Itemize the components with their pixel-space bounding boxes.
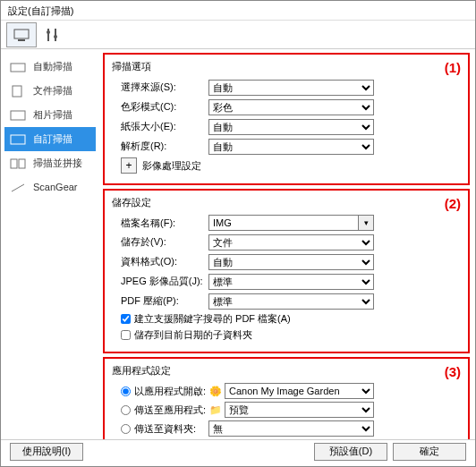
application-settings-section: (3) 應用程式設定 以應用程式開啟: 🌼Canon My Image Gard…	[103, 357, 470, 439]
sidebar-item-scangear[interactable]: ScanGear	[4, 175, 96, 199]
radio-send-to-app[interactable]	[121, 405, 131, 415]
toolbar	[1, 21, 475, 49]
select-resolution[interactable]: 自動	[208, 139, 374, 155]
svg-rect-7	[13, 86, 21, 97]
input-filename[interactable]	[208, 215, 358, 231]
label-image-processing: 影像處理設定	[142, 159, 201, 173]
scangear-icon	[10, 181, 26, 193]
section-marker-1: (1)	[445, 60, 461, 75]
label-pdf-keyword-search: 建立支援關鍵字搜尋的 PDF 檔案(A)	[134, 312, 291, 326]
radio-send-to-folder[interactable]	[121, 424, 131, 434]
label-filename: 檔案名稱(F):	[112, 217, 208, 230]
label-open-with-app: 以應用程式開啟:	[134, 385, 206, 398]
label-pdf-compression: PDF 壓縮(P):	[112, 294, 208, 308]
label-paper-size: 紙張大小(E):	[112, 120, 208, 133]
sidebar-item-label: 自訂掃描	[33, 132, 72, 146]
svg-point-4	[47, 30, 50, 34]
sidebar: 自動掃描 文件掃描 相片掃描 自訂掃描 掃描並拼接 ScanGear	[1, 49, 99, 439]
sidebar-item-label: 自動掃描	[33, 60, 72, 73]
dialog-footer: 使用說明(I) 預設值(D) 確定	[1, 439, 475, 463]
ok-button[interactable]: 確定	[393, 443, 466, 461]
svg-point-5	[54, 35, 57, 38]
label-resolution: 解析度(R):	[112, 140, 208, 153]
sidebar-item-photo-scan[interactable]: 相片掃描	[4, 103, 96, 127]
label-save-in: 儲存於(V):	[112, 235, 208, 249]
select-jpeg-quality[interactable]: 標準	[208, 274, 374, 290]
sidebar-item-label: 相片掃描	[33, 108, 72, 122]
app-icon: 🌼	[208, 384, 223, 398]
label-select-source: 選擇來源(S):	[112, 81, 208, 94]
section-title-app-settings: 應用程式設定	[112, 364, 461, 378]
select-data-format[interactable]: 自動	[208, 254, 374, 270]
sidebar-item-label: 文件掃描	[33, 84, 72, 98]
svg-rect-1	[18, 39, 25, 41]
select-paper-size[interactable]: 自動	[208, 119, 374, 135]
photo-icon	[10, 109, 26, 122]
sidebar-item-document-scan[interactable]: 文件掃描	[4, 79, 96, 103]
tab-general-settings[interactable]	[37, 22, 67, 47]
svg-rect-11	[19, 159, 25, 168]
tab-scan-from-computer[interactable]	[6, 22, 37, 47]
label-data-format: 資料格式(O):	[112, 255, 208, 268]
scan-options-section: (1) 掃描選項 選擇來源(S): 自動 色彩模式(C): 彩色 紙張大小(E)…	[103, 53, 470, 185]
section-marker-3: (3)	[445, 364, 461, 379]
sidebar-item-custom-scan[interactable]: 自訂掃描	[4, 127, 96, 151]
section-title-save-settings: 儲存設定	[112, 196, 461, 209]
settings-content: (1) 掃描選項 選擇來源(S): 自動 色彩模式(C): 彩色 紙張大小(E)…	[99, 49, 475, 439]
help-button[interactable]: 使用說明(I)	[10, 443, 83, 461]
select-source[interactable]: 自動	[208, 80, 374, 96]
svg-rect-10	[11, 159, 17, 168]
filename-dropdown-button[interactable]: ▾	[358, 215, 374, 231]
select-color-mode[interactable]: 彩色	[208, 99, 374, 115]
expand-image-processing-button[interactable]: +	[121, 157, 137, 174]
section-marker-2: (2)	[445, 196, 461, 211]
custom-icon	[10, 133, 26, 146]
checkbox-pdf-keyword-search[interactable]	[121, 314, 131, 324]
window-title: 設定(自訂掃描)	[1, 1, 475, 21]
settings-dialog: 設定(自訂掃描) 自動掃描 文件掃描 相片掃描 自訂掃描	[0, 0, 476, 467]
select-save-in[interactable]: 文件	[208, 234, 374, 250]
select-send-to-folder[interactable]: 無	[208, 420, 374, 437]
label-save-to-date-subfolder: 儲存到目前日期的子資料夾	[134, 328, 252, 342]
scanner-icon	[10, 61, 26, 73]
svg-rect-0	[14, 30, 29, 38]
label-send-to-app: 傳送至應用程式:	[134, 403, 206, 417]
folder-icon: 📁	[208, 403, 223, 417]
defaults-button[interactable]: 預設值(D)	[314, 443, 387, 461]
select-send-to-app[interactable]: 預覽	[225, 402, 374, 418]
select-pdf-compression[interactable]: 標準	[208, 293, 374, 310]
label-send-to-folder: 傳送至資料夾:	[134, 422, 196, 436]
checkbox-save-to-date-subfolder[interactable]	[121, 330, 131, 340]
save-settings-section: (2) 儲存設定 檔案名稱(F): ▾ 儲存於(V): 文件 資料格式(O): …	[103, 189, 470, 353]
sidebar-item-label: 掃描並拼接	[33, 157, 82, 170]
radio-open-with-app[interactable]	[121, 386, 131, 396]
sidebar-item-stitch-scan[interactable]: 掃描並拼接	[4, 151, 96, 175]
select-open-with-app[interactable]: Canon My Image Garden	[225, 383, 374, 399]
stitch-icon	[10, 157, 26, 170]
svg-rect-8	[11, 111, 25, 120]
document-icon	[10, 85, 26, 98]
sidebar-item-auto-scan[interactable]: 自動掃描	[4, 55, 96, 79]
svg-rect-6	[11, 64, 25, 72]
section-title-scan-options: 掃描選項	[112, 60, 461, 73]
label-color-mode: 色彩模式(C):	[112, 100, 208, 114]
svg-rect-9	[11, 135, 25, 144]
label-jpeg-quality: JPEG 影像品質(J):	[112, 275, 208, 288]
sidebar-item-label: ScanGear	[33, 182, 78, 192]
